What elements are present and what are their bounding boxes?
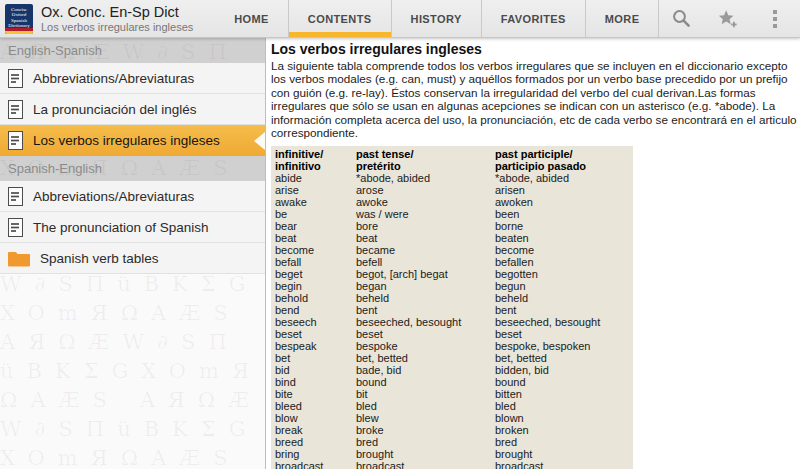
sidebar-item[interactable]: Spanish verb tables	[0, 243, 265, 274]
table-cell: broadcast	[495, 460, 629, 469]
table-cell: broadcast	[275, 460, 356, 469]
document-icon	[8, 100, 23, 119]
table-cell: beget	[275, 268, 356, 280]
action-bar: Concise Oxford Spanish Dictionary Ox. Co…	[0, 0, 800, 38]
table-cell: bred	[356, 436, 495, 448]
table-cell: be	[275, 208, 356, 220]
title-block: Ox. Conc. En-Sp Dict Los verbos irregula…	[41, 0, 193, 37]
table-cell: bend	[275, 304, 356, 316]
table-cell: bore	[356, 220, 495, 232]
sidebar-item-label: Spanish verb tables	[40, 251, 159, 266]
table-cell: was / were	[356, 208, 495, 220]
section-header-spanish-english: Spanish-English	[0, 156, 265, 181]
document-icon	[8, 69, 23, 88]
table-cell: bade, bid	[356, 364, 495, 376]
table-cell: bound	[495, 376, 629, 388]
col-header-infinitive: infinitive/infinitivo	[275, 148, 356, 172]
table-cell: broken	[495, 424, 629, 436]
table-cell: bit	[356, 388, 495, 400]
tab-bar: HOMECONTENTSHISTORYFAVORITESMORE	[215, 0, 659, 37]
tab-contents[interactable]: CONTENTS	[288, 0, 391, 37]
app-title: Ox. Conc. En-Sp Dict	[41, 4, 193, 21]
table-cell: became	[356, 244, 495, 256]
verbs-table-grid: infinitive/infinitivo past tense/pretéri…	[275, 148, 629, 469]
table-cell: beseech	[275, 316, 356, 328]
table-cell: begun	[495, 280, 629, 292]
sidebar-item-label: Abbreviations/Abreviaturas	[33, 189, 194, 204]
sidebar-item[interactable]: The pronunciation of Spanish	[0, 212, 265, 243]
table-cell: began	[356, 280, 495, 292]
table-cell: broke	[356, 424, 495, 436]
table-cell: begotten	[495, 268, 629, 280]
table-cell: bent	[495, 304, 629, 316]
overflow-menu-icon[interactable]	[765, 9, 785, 29]
table-cell: befall	[275, 256, 356, 268]
tab-favorites[interactable]: FAVORITES	[481, 0, 585, 37]
main-split: AЯΩÆW∂SΠüBKΣGXOmЯΩAÆS AЯΩÆW∂SΠüBKΣGXOmЯΩ…	[0, 38, 800, 469]
table-cell: borne	[495, 220, 629, 232]
sidebar-item-label: Abbreviations/Abreviaturas	[33, 71, 194, 86]
app-logo-icon[interactable]: Concise Oxford Spanish Dictionary	[5, 4, 33, 34]
table-cell: arisen	[495, 184, 629, 196]
table-cell: bite	[275, 388, 356, 400]
table-cell: bet, betted	[356, 352, 495, 364]
table-cell: beheld	[495, 292, 629, 304]
col-header-past-tense: past tense/pretérito	[356, 148, 495, 172]
tab-more[interactable]: MORE	[585, 0, 660, 37]
table-cell: breed	[275, 436, 356, 448]
table-cell: *abode, abided	[495, 172, 629, 184]
tab-history[interactable]: HISTORY	[391, 0, 481, 37]
table-cell: break	[275, 424, 356, 436]
table-cell: broadcast	[356, 460, 495, 469]
table-cell: bet, betted	[495, 352, 629, 364]
folder-icon	[8, 250, 30, 267]
table-cell: bidden, bid	[495, 364, 629, 376]
table-cell: bound	[356, 376, 495, 388]
tab-home[interactable]: HOME	[215, 0, 288, 37]
table-cell: behold	[275, 292, 356, 304]
table-cell: become	[275, 244, 356, 256]
logo-yellow-stripe	[5, 31, 33, 34]
table-cell: bred	[495, 436, 629, 448]
sidebar-item-label: The pronunciation of Spanish	[33, 220, 209, 235]
sidebar-item[interactable]: Abbreviations/Abreviaturas	[0, 181, 265, 212]
table-cell: bid	[275, 364, 356, 376]
document-icon	[8, 131, 23, 150]
table-cell: bear	[275, 220, 356, 232]
table-cell: bleed	[275, 400, 356, 412]
irregular-verbs-table: infinitive/infinitivo past tense/pretéri…	[271, 146, 633, 469]
content-panel[interactable]: Los verbos irregulares ingleses La sigui…	[266, 38, 800, 469]
sidebar-item[interactable]: Abbreviations/Abreviaturas	[0, 63, 265, 94]
section-header-english-spanish: English-Spanish	[0, 38, 265, 63]
app-subtitle: Los verbos irregulares ingleses	[41, 21, 193, 34]
search-icon[interactable]	[671, 9, 691, 29]
table-cell: beset	[356, 328, 495, 340]
sidebar-item[interactable]: Los verbos irregulares ingleses	[0, 125, 265, 156]
table-cell: blew	[356, 412, 495, 424]
table-cell: bet	[275, 352, 356, 364]
table-cell: begin	[275, 280, 356, 292]
table-cell: abide	[275, 172, 356, 184]
table-cell: beseeched, besought	[495, 316, 629, 328]
table-cell: bespoke, bespoken	[495, 340, 629, 352]
table-cell: bitten	[495, 388, 629, 400]
table-cell: brought	[356, 448, 495, 460]
table-cell: bled	[356, 400, 495, 412]
table-cell: befallen	[495, 256, 629, 268]
table-cell: arise	[275, 184, 356, 196]
contents-sidebar: AЯΩÆW∂SΠüBKΣGXOmЯΩAÆS AЯΩÆW∂SΠüBKΣGXOmЯΩ…	[0, 38, 266, 469]
table-cell: bled	[495, 400, 629, 412]
app-logo-text: Concise Oxford Spanish Dictionary	[5, 4, 33, 29]
sidebar-item-label: Los verbos irregulares ingleses	[33, 133, 220, 148]
table-cell: brought	[495, 448, 629, 460]
table-cell: blow	[275, 412, 356, 424]
table-cell: befell	[356, 256, 495, 268]
table-cell: beheld	[356, 292, 495, 304]
sidebar-item[interactable]: La pronunciación del inglés	[0, 94, 265, 125]
actionbar-icons	[671, 0, 800, 37]
document-icon	[8, 218, 23, 237]
favorite-add-icon[interactable]	[718, 9, 738, 29]
table-cell: bring	[275, 448, 356, 460]
table-cell: begot, [arch] begat	[356, 268, 495, 280]
table-cell: bent	[356, 304, 495, 316]
